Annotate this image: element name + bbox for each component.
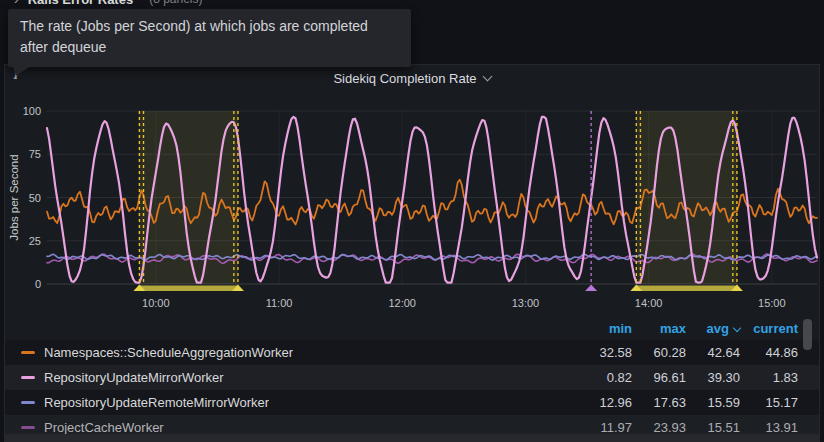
stat-current: 44.86 bbox=[740, 345, 798, 360]
stat-min: 0.82 bbox=[578, 370, 632, 385]
series-name[interactable]: RepositoryUpdateRemoteMirrorWorker bbox=[44, 395, 269, 410]
chevron-down-icon[interactable] bbox=[482, 72, 492, 82]
series-name[interactable]: Namespaces::ScheduleAggregationWorker bbox=[44, 345, 293, 360]
series-color-dash-icon[interactable] bbox=[21, 426, 35, 429]
y-tick-label: 75 bbox=[29, 148, 41, 160]
legend-row[interactable]: Namespaces::ScheduleAggregationWorker32.… bbox=[5, 340, 819, 365]
legend-column-header-current[interactable]: current bbox=[740, 321, 798, 336]
stat-min: 12.96 bbox=[578, 395, 632, 410]
stat-current: 15.17 bbox=[740, 395, 798, 410]
y-tick-label: 0 bbox=[35, 278, 41, 290]
panel-header[interactable]: i Sidekiq Completion Rate bbox=[5, 65, 819, 91]
stat-current: 13.91 bbox=[740, 420, 798, 435]
stat-max: 17.63 bbox=[632, 395, 686, 410]
legend-row[interactable]: RepositoryUpdateRemoteMirrorWorker12.961… bbox=[5, 390, 819, 415]
dashboard-row-title[interactable]: Rails Error Rates bbox=[28, 0, 134, 7]
dashboard-row-header[interactable]: › Rails Error Rates (8 panels) bbox=[14, 0, 203, 9]
y-tick-label: 25 bbox=[29, 235, 41, 247]
panel-description-tooltip: The rate (Jobs per Second) at which jobs… bbox=[8, 9, 411, 67]
annotation-region-bar[interactable] bbox=[139, 286, 238, 292]
panel-title[interactable]: Sidekiq Completion Rate bbox=[333, 71, 476, 86]
series-color-dash-icon[interactable] bbox=[21, 351, 35, 354]
series-color-dash-icon[interactable] bbox=[21, 376, 35, 379]
series-name[interactable]: RepositoryUpdateMirrorWorker bbox=[44, 370, 224, 385]
x-tick-label: 12:00 bbox=[388, 297, 416, 309]
legend-column-header-avg[interactable]: avg bbox=[686, 321, 740, 336]
legend-table: minmaxavgcurrent Namespaces::ScheduleAgg… bbox=[5, 317, 819, 441]
annotation-region-bar[interactable] bbox=[636, 286, 737, 292]
grafana-dashboard: › Rails Error Rates (8 panels) The rate … bbox=[0, 0, 824, 442]
tooltip-arrow bbox=[13, 67, 29, 76]
x-tick-label: 14:00 bbox=[635, 297, 663, 309]
x-tick-label: 15:00 bbox=[758, 297, 786, 309]
legend-column-header-min[interactable]: min bbox=[578, 321, 632, 336]
stat-avg: 15.51 bbox=[686, 420, 740, 435]
stat-min: 11.97 bbox=[578, 420, 632, 435]
stat-avg: 39.30 bbox=[686, 370, 740, 385]
annotation-marker-handle[interactable] bbox=[585, 285, 597, 292]
legend-header-row: minmaxavgcurrent bbox=[5, 317, 819, 340]
stat-max: 96.61 bbox=[632, 370, 686, 385]
x-tick-label: 11:00 bbox=[266, 297, 293, 309]
legend-column-header-max[interactable]: max bbox=[632, 321, 686, 336]
series-color-dash-icon[interactable] bbox=[21, 401, 35, 404]
legend-next-row-strip bbox=[5, 434, 819, 441]
tooltip-text: The rate (Jobs per Second) at which jobs… bbox=[20, 18, 368, 55]
legend-scrollbar-thumb[interactable] bbox=[803, 319, 812, 350]
time-series-chart[interactable]: 025507510010:0011:0012:0013:0014:0015:00… bbox=[5, 91, 819, 317]
stat-avg: 42.64 bbox=[686, 345, 740, 360]
stat-current: 1.83 bbox=[740, 370, 798, 385]
stat-avg: 15.59 bbox=[686, 395, 740, 410]
y-tick-label: 100 bbox=[23, 105, 41, 117]
legend-rows: Namespaces::ScheduleAggregationWorker32.… bbox=[5, 340, 819, 440]
x-tick-label: 13:00 bbox=[512, 297, 540, 309]
stat-max: 23.93 bbox=[632, 420, 686, 435]
x-tick-label: 10:00 bbox=[142, 297, 170, 309]
legend-row[interactable]: RepositoryUpdateMirrorWorker0.8296.6139.… bbox=[5, 365, 819, 390]
stat-min: 32.58 bbox=[578, 345, 632, 360]
series-name[interactable]: ProjectCacheWorker bbox=[44, 420, 164, 435]
y-tick-label: 50 bbox=[29, 192, 41, 204]
dashboard-row-panel-count: (8 panels) bbox=[149, 0, 202, 6]
row-expand-chevron-icon[interactable]: › bbox=[14, 0, 19, 7]
stat-max: 60.28 bbox=[632, 345, 686, 360]
y-axis-title: Jobs per Second bbox=[8, 154, 20, 240]
sidekiq-completion-rate-panel: i Sidekiq Completion Rate 025507510010:0… bbox=[4, 64, 820, 442]
